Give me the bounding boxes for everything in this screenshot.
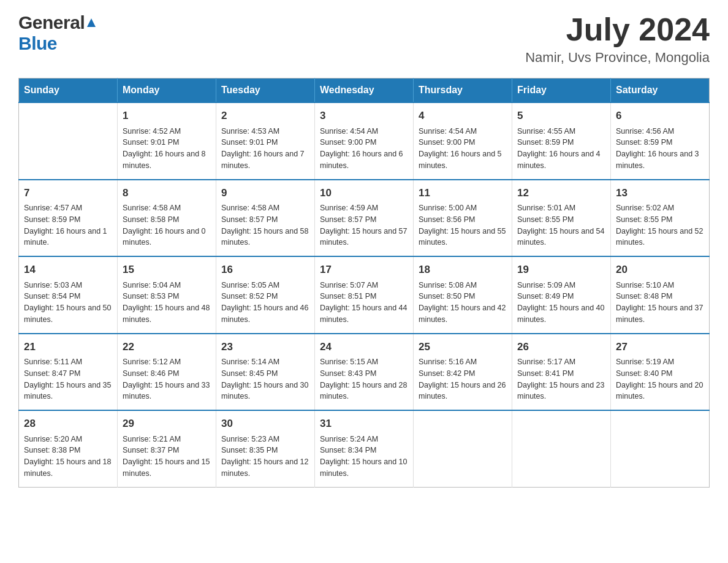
sunset-text: Sunset: 8:57 PM bbox=[221, 214, 309, 226]
sunset-text: Sunset: 8:34 PM bbox=[320, 445, 408, 456]
sunrise-text: Sunrise: 5:19 AM bbox=[616, 356, 704, 368]
calendar-cell: 10Sunrise: 4:59 AMSunset: 8:57 PMDayligh… bbox=[315, 180, 414, 257]
sunset-text: Sunset: 8:48 PM bbox=[616, 291, 704, 302]
calendar-cell: 29Sunrise: 5:21 AMSunset: 8:37 PMDayligh… bbox=[118, 410, 216, 487]
calendar-cell: 5Sunrise: 4:55 AMSunset: 8:59 PMDaylight… bbox=[512, 102, 611, 180]
month-title: July 2024 bbox=[525, 12, 710, 47]
sunrise-text: Sunrise: 4:52 AM bbox=[123, 126, 211, 137]
sunrise-text: Sunrise: 5:04 AM bbox=[123, 280, 211, 291]
sunrise-text: Sunrise: 5:07 AM bbox=[320, 280, 408, 291]
sunset-text: Sunset: 8:51 PM bbox=[320, 291, 408, 302]
daylight-text: Daylight: 15 hours and 18 minutes. bbox=[24, 456, 112, 480]
day-number: 2 bbox=[221, 108, 309, 124]
calendar-cell: 30Sunrise: 5:23 AMSunset: 8:35 PMDayligh… bbox=[216, 410, 315, 487]
logo-triangle-icon bbox=[86, 17, 97, 31]
weekday-header-saturday: Saturday bbox=[611, 79, 710, 103]
sunset-text: Sunset: 8:43 PM bbox=[320, 368, 408, 380]
sunrise-text: Sunrise: 5:15 AM bbox=[320, 356, 408, 368]
weekday-header-friday: Friday bbox=[512, 79, 611, 103]
sunset-text: Sunset: 8:59 PM bbox=[24, 214, 112, 226]
sunset-text: Sunset: 8:49 PM bbox=[517, 291, 605, 302]
daylight-text: Daylight: 15 hours and 57 minutes. bbox=[320, 226, 408, 249]
sunset-text: Sunset: 8:55 PM bbox=[616, 214, 704, 226]
daylight-text: Daylight: 15 hours and 42 minutes. bbox=[419, 302, 507, 326]
daylight-text: Daylight: 15 hours and 40 minutes. bbox=[517, 302, 605, 326]
day-number: 25 bbox=[419, 339, 507, 355]
calendar-cell: 11Sunrise: 5:00 AMSunset: 8:56 PMDayligh… bbox=[414, 180, 512, 257]
daylight-text: Daylight: 15 hours and 58 minutes. bbox=[221, 226, 309, 249]
daylight-text: Daylight: 15 hours and 55 minutes. bbox=[419, 226, 507, 249]
daylight-text: Daylight: 15 hours and 35 minutes. bbox=[24, 380, 112, 403]
calendar-cell: 20Sunrise: 5:10 AMSunset: 8:48 PMDayligh… bbox=[611, 256, 710, 334]
sunset-text: Sunset: 8:56 PM bbox=[419, 214, 507, 226]
calendar-cell: 15Sunrise: 5:04 AMSunset: 8:53 PMDayligh… bbox=[118, 256, 216, 334]
daylight-text: Daylight: 15 hours and 28 minutes. bbox=[320, 380, 408, 403]
day-number: 4 bbox=[419, 108, 507, 124]
weekday-header-tuesday: Tuesday bbox=[216, 79, 315, 103]
daylight-text: Daylight: 16 hours and 5 minutes. bbox=[419, 148, 507, 172]
day-number: 24 bbox=[320, 339, 408, 355]
day-number: 9 bbox=[221, 185, 309, 201]
sunset-text: Sunset: 8:59 PM bbox=[517, 137, 605, 148]
sunrise-text: Sunrise: 4:54 AM bbox=[320, 126, 408, 137]
calendar-cell: 3Sunrise: 4:54 AMSunset: 9:00 PMDaylight… bbox=[315, 102, 414, 180]
sunrise-text: Sunrise: 5:14 AM bbox=[221, 356, 309, 368]
calendar-cell: 18Sunrise: 5:08 AMSunset: 8:50 PMDayligh… bbox=[414, 256, 512, 334]
logo-general-text: General bbox=[18, 12, 85, 33]
calendar-cell: 14Sunrise: 5:03 AMSunset: 8:54 PMDayligh… bbox=[19, 256, 118, 334]
sunrise-text: Sunrise: 4:58 AM bbox=[221, 202, 309, 214]
sunrise-text: Sunrise: 4:57 AM bbox=[24, 202, 112, 214]
sunrise-text: Sunrise: 5:11 AM bbox=[24, 356, 112, 368]
sunset-text: Sunset: 8:41 PM bbox=[517, 368, 605, 380]
day-number: 11 bbox=[419, 185, 507, 201]
day-number: 20 bbox=[616, 262, 704, 278]
daylight-text: Daylight: 15 hours and 54 minutes. bbox=[517, 226, 605, 249]
day-number: 21 bbox=[24, 339, 112, 355]
calendar-cell: 31Sunrise: 5:24 AMSunset: 8:34 PMDayligh… bbox=[315, 410, 414, 487]
sunset-text: Sunset: 8:37 PM bbox=[123, 445, 211, 456]
sunrise-text: Sunrise: 4:55 AM bbox=[517, 126, 605, 137]
day-number: 8 bbox=[123, 185, 211, 201]
day-number: 26 bbox=[517, 339, 605, 355]
calendar-week-row: 28Sunrise: 5:20 AMSunset: 8:38 PMDayligh… bbox=[19, 410, 710, 487]
weekday-header-wednesday: Wednesday bbox=[315, 79, 414, 103]
weekday-header-monday: Monday bbox=[118, 79, 216, 103]
calendar-cell: 23Sunrise: 5:14 AMSunset: 8:45 PMDayligh… bbox=[216, 334, 315, 411]
daylight-text: Daylight: 15 hours and 44 minutes. bbox=[320, 302, 408, 326]
daylight-text: Daylight: 16 hours and 4 minutes. bbox=[517, 148, 605, 172]
daylight-text: Daylight: 16 hours and 7 minutes. bbox=[221, 148, 309, 172]
sunset-text: Sunset: 8:54 PM bbox=[24, 291, 112, 302]
sunrise-text: Sunrise: 5:00 AM bbox=[419, 202, 507, 214]
day-number: 31 bbox=[320, 416, 408, 432]
day-number: 28 bbox=[24, 416, 112, 432]
sunrise-text: Sunrise: 4:58 AM bbox=[123, 202, 211, 214]
sunrise-text: Sunrise: 5:09 AM bbox=[517, 280, 605, 291]
sunset-text: Sunset: 9:00 PM bbox=[419, 137, 507, 148]
sunrise-text: Sunrise: 5:17 AM bbox=[517, 356, 605, 368]
daylight-text: Daylight: 15 hours and 10 minutes. bbox=[320, 456, 408, 480]
calendar-header-row: SundayMondayTuesdayWednesdayThursdayFrid… bbox=[19, 79, 710, 103]
daylight-text: Daylight: 15 hours and 46 minutes. bbox=[221, 302, 309, 326]
sunrise-text: Sunrise: 5:03 AM bbox=[24, 280, 112, 291]
sunrise-text: Sunrise: 5:08 AM bbox=[419, 280, 507, 291]
daylight-text: Daylight: 15 hours and 37 minutes. bbox=[616, 302, 704, 326]
logo: General Blue bbox=[18, 12, 97, 54]
page-header: General Blue July 2024 Namir, Uvs Provin… bbox=[18, 12, 710, 66]
sunset-text: Sunset: 8:40 PM bbox=[616, 368, 704, 380]
daylight-text: Daylight: 15 hours and 20 minutes. bbox=[616, 380, 704, 403]
daylight-text: Daylight: 15 hours and 23 minutes. bbox=[517, 380, 605, 403]
sunrise-text: Sunrise: 4:59 AM bbox=[320, 202, 408, 214]
calendar-cell: 25Sunrise: 5:16 AMSunset: 8:42 PMDayligh… bbox=[414, 334, 512, 411]
sunrise-text: Sunrise: 5:01 AM bbox=[517, 202, 605, 214]
sunset-text: Sunset: 8:55 PM bbox=[517, 214, 605, 226]
calendar-cell bbox=[19, 102, 118, 180]
day-number: 5 bbox=[517, 108, 605, 124]
daylight-text: Daylight: 15 hours and 52 minutes. bbox=[616, 226, 704, 249]
day-number: 15 bbox=[123, 262, 211, 278]
calendar-cell bbox=[414, 410, 512, 487]
sunset-text: Sunset: 9:00 PM bbox=[320, 137, 408, 148]
sunset-text: Sunset: 8:58 PM bbox=[123, 214, 211, 226]
daylight-text: Daylight: 15 hours and 15 minutes. bbox=[123, 456, 211, 480]
sunrise-text: Sunrise: 5:12 AM bbox=[123, 356, 211, 368]
calendar-cell: 6Sunrise: 4:56 AMSunset: 8:59 PMDaylight… bbox=[611, 102, 710, 180]
